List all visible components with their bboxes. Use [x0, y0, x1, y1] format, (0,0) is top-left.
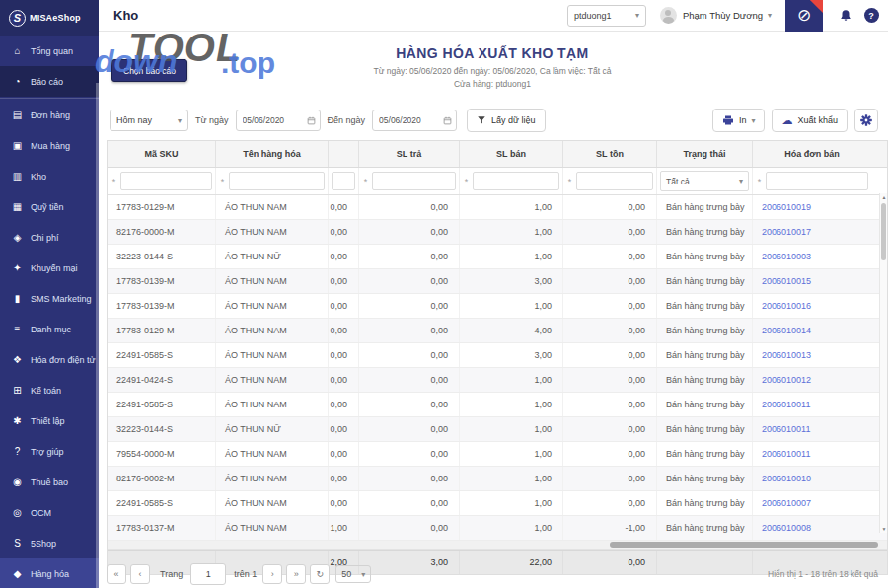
user-menu[interactable]: Phạm Thùy Dương ▾: [683, 10, 772, 21]
cell-qty-partial: 1,00: [329, 516, 359, 540]
filter-operator-icon[interactable]: *: [219, 177, 226, 186]
sidebar-item-chi-phi[interactable]: ◈Chi phí: [0, 222, 99, 253]
sku-filter-input[interactable]: [120, 172, 212, 190]
cell-invoice[interactable]: 2006010014: [753, 319, 871, 342]
col-header-qty-stock[interactable]: SL tồn: [563, 141, 657, 167]
col-header-qty-sold[interactable]: SL bán: [460, 141, 563, 167]
sidebar-item-kho[interactable]: ▥Kho: [0, 161, 99, 191]
cell-invoice[interactable]: 2006010011: [753, 442, 871, 466]
choose-report-button[interactable]: Chọn báo cáo: [111, 59, 187, 82]
col-header-sku[interactable]: Mã SKU: [108, 141, 216, 167]
chevron-down-icon: ▾: [178, 116, 182, 125]
help-icon[interactable]: ?: [858, 0, 884, 32]
cell-invoice[interactable]: 2006010015: [753, 269, 871, 293]
sidebar-scrollbar[interactable]: [96, 83, 99, 588]
horizontal-scrollbar[interactable]: [108, 541, 887, 550]
col-header-name[interactable]: Tên hàng hóa: [216, 141, 329, 167]
sidebar-item-don-hang[interactable]: ▤Đơn hàng: [0, 100, 99, 130]
cell-qty-sold: 3,00: [460, 343, 563, 367]
cell-invoice[interactable]: 2006010019: [753, 195, 871, 219]
sidebar-item-ocm[interactable]: ◎OCM: [0, 497, 99, 528]
qty-return-filter-input[interactable]: [372, 172, 456, 190]
cell-invoice[interactable]: 2006010013: [753, 343, 871, 367]
content-area: HÀNG HÓA XUẤT KHO TẠM Từ ngày: 05/06/202…: [99, 32, 888, 588]
to-date-field[interactable]: [372, 110, 457, 131]
refresh-button[interactable]: ↻: [310, 564, 330, 584]
cell-qty-sold: 1,00: [460, 368, 563, 392]
store-select[interactable]: ptduong1 ▾: [567, 5, 646, 27]
last-page-button[interactable]: »: [286, 564, 306, 584]
misa-eshop-logo[interactable]: S MISAeShop: [0, 0, 99, 36]
sidebar-item-tro-giup[interactable]: ?Trợ giúp: [0, 436, 99, 467]
sidebar-item-hang-hoa[interactable]: ◆Hàng hóa: [0, 558, 99, 588]
get-data-button[interactable]: Lấy dữ liệu: [467, 109, 546, 132]
sidebar-item-thue-bao[interactable]: ◉Thuê bao: [0, 467, 99, 497]
cell-invoice[interactable]: 2006010010: [753, 467, 871, 490]
sidebar-item-label: Báo cáo: [31, 77, 63, 87]
status-filter-select[interactable]: Tất cả ▾: [660, 171, 749, 191]
notification-bell-icon[interactable]: [833, 0, 858, 32]
sidebar-item-thiet-lap[interactable]: ✱Thiết lập: [0, 405, 99, 436]
sidebar-item-danh-muc[interactable]: ≡Danh mục: [0, 314, 99, 344]
sidebar-item-5shop[interactable]: S5Shop: [0, 528, 99, 558]
filter-operator-icon[interactable]: *: [362, 177, 369, 186]
sidebar-item-label: OCM: [31, 508, 51, 518]
name-filter-input[interactable]: [229, 172, 325, 190]
cell-invoice[interactable]: 2006010008: [753, 516, 871, 540]
period-select[interactable]: Hôm nay ▾: [110, 110, 188, 131]
col-header-qty-return[interactable]: SL trả: [359, 141, 460, 167]
page-size-select[interactable]: 50 ▾: [335, 565, 371, 583]
cell-qty-partial: 0,00: [329, 368, 359, 392]
cell-name: ÁO THUN NAM: [216, 319, 329, 342]
filter-operator-icon[interactable]: *: [756, 177, 763, 186]
to-date-input[interactable]: [377, 114, 440, 126]
cell-invoice[interactable]: 2006010007: [753, 491, 871, 515]
filter-operator-icon[interactable]: *: [463, 177, 470, 186]
from-date-field[interactable]: [236, 110, 321, 131]
vertical-scrollbar[interactable]: ▲ ▼: [879, 193, 887, 533]
cell-invoice[interactable]: 2006010011: [753, 417, 871, 441]
table-settings-button[interactable]: [854, 109, 878, 132]
scroll-up-icon[interactable]: ▲: [880, 194, 888, 200]
partial-filter-input[interactable]: [332, 172, 355, 190]
cell-invoice[interactable]: 2006010017: [753, 220, 871, 244]
sidebar-item-khuyen-mai[interactable]: ✦Khuyến mại: [0, 253, 99, 283]
filter-operator-icon[interactable]: *: [566, 177, 573, 186]
cell-invoice[interactable]: 2006010016: [753, 294, 871, 318]
prev-page-button[interactable]: ‹: [130, 564, 150, 584]
subscription-icon: ◉: [11, 477, 24, 487]
sidebar-item-tong-quan[interactable]: ⌂Tổng quan: [0, 36, 99, 66]
sidebar-item-bao-cao[interactable]: ◔Báo cáo: [0, 66, 99, 97]
catalog-icon: ≡: [11, 324, 24, 334]
col-header-status[interactable]: Trạng thái: [657, 141, 753, 167]
filter-operator-icon[interactable]: *: [111, 177, 117, 186]
sidebar-item-quy-tien[interactable]: ▦Quỹ tiền: [0, 191, 99, 222]
from-date-input[interactable]: [241, 114, 304, 126]
export-button[interactable]: ☁ Xuất khẩu: [772, 109, 848, 132]
cell-invoice[interactable]: 2006010003: [753, 245, 871, 268]
vertical-scrollbar-thumb[interactable]: [881, 203, 886, 260]
sidebar-item-ke-toan[interactable]: ⊞Kế toán: [0, 375, 99, 405]
first-page-button[interactable]: «: [107, 564, 126, 584]
sidebar-item-mua-hang[interactable]: ▣Mua hàng: [0, 130, 99, 161]
col-header-invoice[interactable]: Hóa đơn bán: [753, 141, 871, 167]
page-number-input[interactable]: [190, 563, 226, 585]
col-header-partial[interactable]: [329, 141, 359, 167]
cell-qty-sold: 1,00: [460, 467, 563, 490]
cell-invoice[interactable]: 2006010011: [753, 393, 871, 416]
next-page-button[interactable]: ›: [262, 564, 282, 584]
qty-sold-filter-input[interactable]: [473, 172, 559, 190]
cell-qty-stock: 0,00: [563, 442, 657, 466]
invoice-filter-input[interactable]: [766, 172, 868, 190]
cell-invoice[interactable]: 2006010012: [753, 368, 871, 392]
cell-status: Bán hàng trưng bày: [657, 368, 753, 392]
sidebar-item-sms-marketing[interactable]: ▮SMS Marketing: [0, 283, 99, 314]
sidebar-item-hoa-don-dien-tu[interactable]: ❖Hóa đơn điện tử: [0, 344, 99, 375]
app-switcher-tile[interactable]: ⊘: [785, 0, 823, 32]
sidebar: S MISAeShop ⌂Tổng quan◔Báo cáo▤Đơn hàng▣…: [0, 0, 99, 588]
qty-stock-filter-input[interactable]: [576, 172, 653, 190]
cell-status: Bán hàng trưng bày: [657, 294, 753, 318]
horizontal-scrollbar-thumb[interactable]: [610, 542, 878, 548]
print-button[interactable]: In ▾: [712, 109, 766, 132]
scroll-down-icon[interactable]: ▼: [880, 526, 888, 532]
